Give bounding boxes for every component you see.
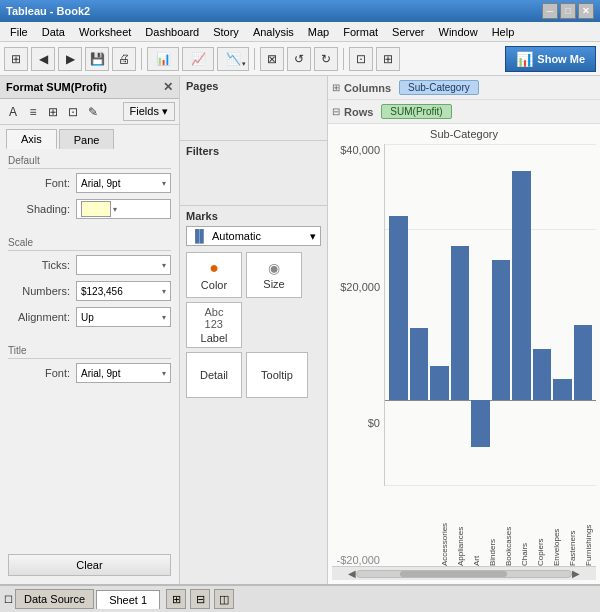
bar-appliances-fill bbox=[410, 328, 429, 400]
chart-scrollbar: ◀ ▶ bbox=[332, 566, 596, 580]
title-section-label: Title bbox=[8, 345, 171, 359]
menu-format[interactable]: Format bbox=[337, 24, 384, 40]
title-section: Title Font: Arial, 9pt ▾ bbox=[0, 339, 179, 395]
toolbar-back-btn[interactable]: ◀ bbox=[31, 47, 55, 71]
scroll-left-arrow[interactable]: ◀ bbox=[348, 568, 356, 579]
size-icon: ◉ bbox=[268, 260, 280, 276]
datasource-tab[interactable]: Data Source bbox=[15, 589, 94, 609]
status-icons: ⊞ ⊟ ◫ bbox=[166, 589, 234, 609]
title-font-row: Font: Arial, 9pt ▾ bbox=[8, 363, 171, 383]
rows-pill[interactable]: SUM(Profit) bbox=[381, 104, 451, 119]
format-toolbar: A ≡ ⊞ ⊡ ✎ Fields ▾ bbox=[0, 99, 179, 125]
font-control[interactable]: Arial, 9pt ▾ bbox=[76, 173, 171, 193]
format-panel-close[interactable]: ✕ bbox=[163, 80, 173, 94]
alignment-control[interactable]: Up ▾ bbox=[76, 307, 171, 327]
shading-swatch[interactable] bbox=[81, 201, 111, 217]
toolbar-chart3-btn[interactable]: 📉▾ bbox=[217, 47, 249, 71]
show-me-button[interactable]: 📊 Show Me bbox=[505, 46, 596, 72]
marks-detail-btn[interactable]: Detail bbox=[186, 352, 242, 398]
ticks-control[interactable]: ▾ bbox=[76, 255, 171, 275]
tab-pane[interactable]: Pane bbox=[59, 129, 115, 149]
numbers-control[interactable]: $123,456 ▾ bbox=[76, 281, 171, 301]
y-label-0: $0 bbox=[368, 417, 380, 429]
menu-file[interactable]: File bbox=[4, 24, 34, 40]
format-icon-edit[interactable]: ✎ bbox=[84, 103, 102, 121]
shading-control[interactable]: ▾ bbox=[76, 199, 171, 219]
status-icon-story[interactable]: ◫ bbox=[214, 589, 234, 609]
scrollbar-thumb[interactable] bbox=[400, 571, 507, 577]
x-label-chairs: Chairs bbox=[516, 486, 532, 566]
bar-fasteners bbox=[553, 144, 572, 485]
toolbar-forward-btn[interactable]: ▶ bbox=[58, 47, 82, 71]
marks-dropdown-left: ▐▌ Automatic bbox=[191, 229, 261, 243]
menu-story[interactable]: Story bbox=[207, 24, 245, 40]
chart-main: Accessories Appliances Art Binders Bookc… bbox=[384, 144, 596, 566]
menu-dashboard[interactable]: Dashboard bbox=[139, 24, 205, 40]
format-icon-a[interactable]: A bbox=[4, 103, 22, 121]
viz-area: Sub-Category $40,000 $20,000 $0 -$20,000 bbox=[328, 124, 600, 584]
menu-server[interactable]: Server bbox=[386, 24, 430, 40]
toolbar-print-btn[interactable]: 🖨 bbox=[112, 47, 136, 71]
toolbar-fit2-btn[interactable]: ⊞ bbox=[376, 47, 400, 71]
bar-art-fill bbox=[430, 366, 449, 400]
format-panel-title: Format SUM(Profit) bbox=[6, 81, 107, 93]
rows-shelf: ⊟ Rows SUM(Profit) bbox=[328, 100, 600, 124]
menu-window[interactable]: Window bbox=[433, 24, 484, 40]
marks-type-dropdown[interactable]: ▐▌ Automatic ▾ bbox=[186, 226, 321, 246]
menu-map[interactable]: Map bbox=[302, 24, 335, 40]
toolbar-refresh2-btn[interactable]: ↻ bbox=[314, 47, 338, 71]
bar-bookcases bbox=[471, 144, 490, 485]
maximize-button[interactable]: □ bbox=[560, 3, 576, 19]
clear-button[interactable]: Clear bbox=[8, 554, 171, 576]
bar-binders-fill bbox=[451, 246, 470, 399]
toolbar: ⊞ ◀ ▶ 💾 🖨 📊 📈 📉▾ ⊠ ↺ ↻ ⊡ ⊞ 📊 Show Me bbox=[0, 42, 600, 76]
menu-help[interactable]: Help bbox=[486, 24, 521, 40]
scrollbar-track[interactable] bbox=[356, 570, 572, 578]
toolbar-chart-btn[interactable]: 📊 bbox=[147, 47, 179, 71]
status-icon-dashboard[interactable]: ⊟ bbox=[190, 589, 210, 609]
tab-axis[interactable]: Axis bbox=[6, 129, 57, 149]
viz-panel: ⊞ Columns Sub-Category ⊟ Rows SUM(Profit… bbox=[328, 76, 600, 584]
toolbar-save-btn[interactable]: 💾 bbox=[85, 47, 109, 71]
scroll-right-arrow[interactable]: ▶ bbox=[572, 568, 580, 579]
window-controls: ─ □ ✕ bbox=[542, 3, 594, 19]
format-icon-align[interactable]: ≡ bbox=[24, 103, 42, 121]
fields-button[interactable]: Fields ▾ bbox=[123, 102, 175, 121]
marks-tooltip-btn[interactable]: Tooltip bbox=[246, 352, 308, 398]
chart-title: Sub-Category bbox=[332, 128, 596, 140]
marks-label-btn[interactable]: Abc123 Label bbox=[186, 302, 242, 348]
toolbar-grid-btn[interactable]: ⊞ bbox=[4, 47, 28, 71]
toolbar-chart2-btn[interactable]: 📈 bbox=[182, 47, 214, 71]
format-icon-grid[interactable]: ⊡ bbox=[64, 103, 82, 121]
font-dropdown-arrow: ▾ bbox=[162, 179, 166, 188]
marks-color-btn[interactable]: ● Color bbox=[186, 252, 242, 298]
menu-worksheet[interactable]: Worksheet bbox=[73, 24, 137, 40]
menu-analysis[interactable]: Analysis bbox=[247, 24, 300, 40]
close-button[interactable]: ✕ bbox=[578, 3, 594, 19]
numbers-label: Numbers: bbox=[10, 285, 70, 297]
bar-envelopes-fill bbox=[533, 349, 552, 400]
bar-appliances bbox=[410, 144, 429, 485]
alignment-row: Alignment: Up ▾ bbox=[8, 307, 171, 327]
sheet1-tab[interactable]: Sheet 1 bbox=[96, 590, 160, 609]
y-label-neg20k: -$20,000 bbox=[337, 554, 380, 566]
toolbar-fit-btn[interactable]: ⊡ bbox=[349, 47, 373, 71]
marks-section: Marks ▐▌ Automatic ▾ ● Color ◉ Size bbox=[180, 206, 327, 584]
toolbar-filter-btn[interactable]: ⊠ bbox=[260, 47, 284, 71]
minimize-button[interactable]: ─ bbox=[542, 3, 558, 19]
format-icon-border[interactable]: ⊞ bbox=[44, 103, 62, 121]
scale-section-label: Scale bbox=[8, 237, 171, 251]
toolbar-refresh-btn[interactable]: ↺ bbox=[287, 47, 311, 71]
menu-data[interactable]: Data bbox=[36, 24, 71, 40]
x-label-bookcases: Bookcases bbox=[500, 486, 516, 566]
marks-type-label: Automatic bbox=[212, 230, 261, 242]
status-icon-newsheet[interactable]: ⊞ bbox=[166, 589, 186, 609]
marks-size-btn[interactable]: ◉ Size bbox=[246, 252, 302, 298]
columns-pill[interactable]: Sub-Category bbox=[399, 80, 479, 95]
x-labels: Accessories Appliances Art Binders Bookc… bbox=[384, 486, 596, 566]
title-font-control[interactable]: Arial, 9pt ▾ bbox=[76, 363, 171, 383]
toolbar-sep3 bbox=[343, 48, 344, 70]
bar-envelopes bbox=[533, 144, 552, 485]
datasource-checkbox-icon: ☐ bbox=[4, 594, 13, 605]
show-me-chart-icon: 📊 bbox=[516, 51, 533, 67]
